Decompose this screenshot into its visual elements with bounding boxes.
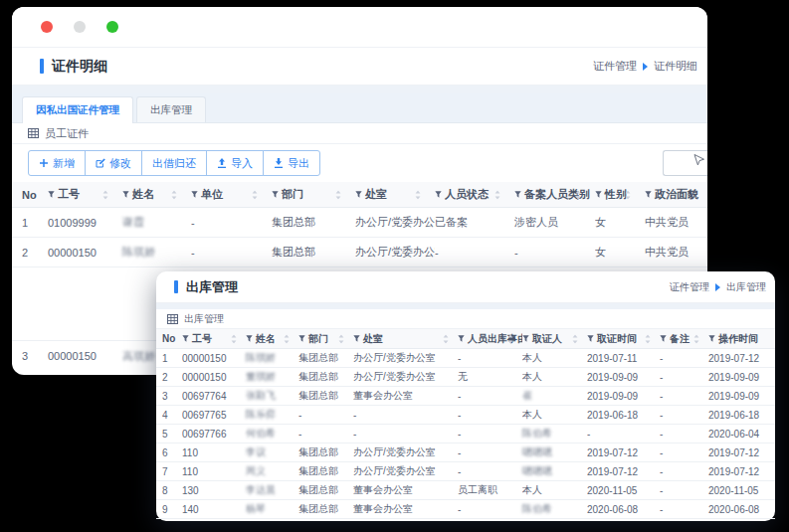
column-header[interactable]: 单位 [191, 187, 272, 202]
table-cell: - [458, 504, 522, 515]
table-row[interactable]: 9140杨琴集团总部董事会办公室-陈伯希2020-06-08-2020-06-0… [156, 500, 775, 519]
table-cell: 嗯嗯嗯 [522, 464, 587, 478]
sort-control[interactable] [415, 190, 421, 199]
table-row[interactable]: 6110李议集团总部办公厅/党委办公室-嗯嗯嗯2019-07-12-2019-0… [156, 443, 775, 462]
column-header[interactable]: 备注 [660, 332, 708, 346]
filter-icon[interactable] [435, 191, 442, 198]
sort-control[interactable] [338, 334, 344, 343]
filter-icon[interactable] [522, 335, 529, 342]
sort-control[interactable] [171, 190, 177, 199]
table-cell: 2 [22, 247, 48, 259]
column-header[interactable]: 部门 [272, 187, 355, 202]
sort-control[interactable] [284, 334, 290, 343]
breadcrumb-parent[interactable]: 证件管理 [670, 280, 709, 294]
table-cell: 周义 [246, 464, 298, 478]
column-header[interactable]: 操作时间 [708, 332, 767, 346]
filter-icon[interactable] [514, 191, 521, 198]
table-cell: 陈伯希 [522, 502, 587, 516]
filter-icon[interactable] [708, 335, 715, 342]
sort-control[interactable] [507, 334, 513, 343]
table-row[interactable]: 300697764张勤飞集团总部董事会办公室-崔2019-09-09-2019-… [156, 387, 775, 406]
filter-icon[interactable] [355, 191, 362, 198]
button-label: 出借归还 [152, 156, 196, 171]
table-row[interactable]: 400697765陈乐弈---本人2019-06-18-2019-06-18 [156, 406, 775, 425]
column-header[interactable]: 取证人 [522, 332, 587, 346]
table-cell: 2020-06-08 [708, 504, 767, 515]
sort-control[interactable] [572, 334, 578, 343]
toolbar-button[interactable]: 导入 [206, 150, 264, 176]
filter-icon[interactable] [458, 335, 465, 342]
table-cell: 中共党员 [645, 215, 706, 230]
table-cell: 2019-09-09 [587, 391, 660, 402]
column-header[interactable]: 姓名 [246, 332, 298, 346]
zoom-window-button[interactable] [106, 21, 118, 33]
column-label: 政治面貌 [655, 187, 698, 202]
column-header[interactable]: 姓名 [122, 187, 191, 202]
toolbar-button[interactable]: 导出 [263, 150, 320, 176]
sort-control[interactable] [443, 334, 449, 343]
filter-icon[interactable] [182, 335, 189, 342]
sort-control[interactable] [102, 190, 108, 199]
sort-control[interactable] [494, 190, 500, 199]
sort-control[interactable] [335, 190, 341, 199]
sort-control[interactable] [693, 334, 699, 343]
table-cell: 00000150 [48, 350, 122, 362]
minimize-window-button[interactable] [74, 21, 86, 33]
sort-control[interactable] [625, 190, 631, 199]
column-header[interactable]: 工号 [182, 332, 246, 346]
table-row[interactable]: 200000150陈琪娇-集团总部办公厅/党委办公室--女中共党员 [12, 238, 707, 267]
sort-control[interactable] [252, 190, 258, 199]
table-cell: 李达晨 [246, 483, 298, 497]
column-header[interactable]: 工号 [48, 187, 122, 202]
close-window-button[interactable] [41, 21, 53, 33]
sort-control[interactable] [575, 190, 581, 199]
filter-icon[interactable] [298, 335, 305, 342]
column-label: 部门 [308, 332, 328, 346]
filter-icon[interactable] [272, 191, 279, 198]
toolbar-button[interactable]: 修改 [85, 150, 142, 176]
page-header: 证件明细 证件管理 证件明细 [12, 48, 707, 86]
table-header-row: No工号姓名部门处室人员出库事由取证人取证时间备注操作时间 [156, 329, 775, 349]
filter-icon[interactable] [48, 191, 55, 198]
filter-icon[interactable] [595, 191, 602, 198]
column-header[interactable]: 处室 [355, 187, 435, 202]
toolbar-button[interactable]: 出借归还 [141, 150, 207, 176]
table-row[interactable]: 200000150董琪娇集团总部办公厅/党委办公室无本人2019-09-09-2… [156, 368, 775, 387]
table-row[interactable]: 7110周义集团总部办公厅/党委办公室-嗯嗯嗯2019-07-12-2019-0… [156, 462, 775, 481]
table-cell: 00697766 [182, 429, 246, 440]
column-header[interactable]: 备案人员类别 [514, 187, 595, 202]
outbound-table: No工号姓名部门处室人员出库事由取证人取证时间备注操作时间100000150陈琪… [156, 329, 775, 519]
table-cell: - [458, 466, 522, 477]
table-row[interactable]: 100000150陈琪娇集团总部办公厅/党委办公室-本人2019-07-11-2… [156, 349, 775, 368]
filter-icon[interactable] [645, 191, 652, 198]
table-cell: 3 [22, 350, 48, 362]
column-header[interactable]: 人员出库事由 [458, 332, 522, 346]
breadcrumb-arrow-icon [715, 283, 720, 291]
breadcrumb-parent[interactable]: 证件管理 [593, 59, 637, 74]
sort-control[interactable] [645, 334, 651, 343]
column-header[interactable]: 取证时间 [587, 332, 660, 346]
column-header[interactable]: 处室 [353, 332, 458, 346]
filter-icon[interactable] [587, 335, 594, 342]
edit-icon [96, 158, 105, 168]
table-row[interactable]: 8130李达晨集团总部董事会办公室员工离职本人2020-11-05-2020-1… [156, 481, 775, 500]
column-label: 工号 [58, 187, 80, 202]
filter-icon[interactable] [660, 335, 667, 342]
tab-1[interactable]: 出库管理 [136, 96, 206, 122]
table-row[interactable]: 101009999谢霞-集团总部办公厅/党委办公室已备案涉密人员女中共党员 [12, 208, 707, 238]
filter-icon[interactable] [191, 191, 198, 198]
column-header[interactable]: 性别 [595, 187, 645, 202]
sort-icon [171, 190, 177, 199]
table-cell: 何伯希 [246, 427, 298, 441]
column-label: 人员状态 [445, 187, 489, 202]
filter-icon[interactable] [122, 191, 129, 198]
tab-0[interactable]: 因私出国证件管理 [22, 96, 133, 123]
column-header[interactable]: 人员状态 [435, 187, 514, 202]
column-header[interactable]: 部门 [298, 332, 353, 346]
filter-icon[interactable] [353, 335, 360, 342]
toolbar-button[interactable]: 新增 [28, 150, 86, 176]
table-row[interactable]: 500697766何伯希---陈伯希--2020-06-04 [156, 425, 775, 443]
sort-control[interactable] [231, 334, 237, 343]
column-header[interactable]: 政治面貌 [645, 187, 706, 202]
filter-icon[interactable] [246, 335, 253, 342]
